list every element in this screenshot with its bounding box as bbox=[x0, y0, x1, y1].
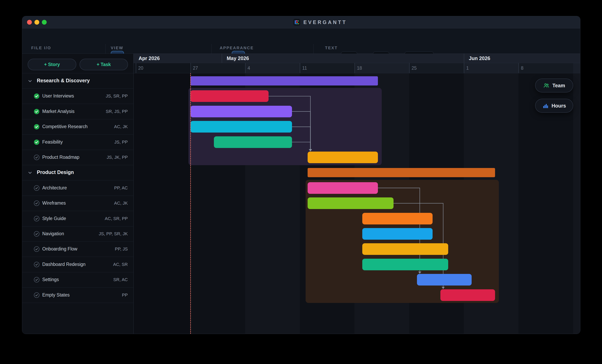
week-label: 11 bbox=[302, 65, 307, 71]
task-todo-icon[interactable] bbox=[33, 292, 40, 299]
group-header-row[interactable]: Research & Discovery bbox=[22, 73, 133, 89]
main-content: + Story + Task Research & Discovery User… bbox=[22, 54, 580, 334]
week-tick bbox=[300, 63, 300, 73]
toolbar: FILE I/O bbox=[22, 28, 580, 54]
task-bar[interactable] bbox=[362, 259, 448, 270]
task-done-icon[interactable] bbox=[33, 108, 40, 116]
task-row[interactable]: User Interviews JS, SR, PP bbox=[22, 88, 133, 104]
app-logo-icon bbox=[293, 19, 300, 26]
task-name: Onboarding Flow bbox=[42, 246, 77, 252]
task-todo-icon[interactable] bbox=[33, 246, 40, 253]
task-todo-icon[interactable] bbox=[33, 231, 40, 238]
task-bar[interactable] bbox=[191, 121, 292, 133]
task-bar[interactable] bbox=[308, 182, 378, 194]
task-row[interactable]: Competitive Research AC, JK bbox=[22, 119, 133, 135]
section-label-text: TEXT bbox=[325, 46, 338, 50]
task-list-sidebar: + Story + Task Research & Discovery User… bbox=[22, 54, 134, 334]
summary-bar[interactable] bbox=[308, 168, 495, 177]
task-bar[interactable] bbox=[362, 213, 433, 225]
week-tick bbox=[464, 63, 464, 73]
gantt-chart: 2027411182518Apr 2026May 2026Jun 2026 bbox=[134, 54, 580, 334]
section-label-view: VIEW bbox=[111, 46, 123, 50]
task-assignees: AC, JK bbox=[114, 201, 128, 206]
task-name: Navigation bbox=[42, 231, 64, 236]
add-story-button[interactable]: + Story bbox=[28, 59, 76, 70]
task-todo-icon[interactable] bbox=[33, 185, 40, 192]
task-assignees: AC, JK bbox=[114, 124, 128, 129]
task-row[interactable]: Navigation JS, PP, SR, JK bbox=[22, 226, 133, 242]
week-tick bbox=[136, 63, 136, 73]
task-name: Dashboard Redesign bbox=[42, 262, 86, 267]
task-bar[interactable] bbox=[191, 90, 269, 102]
task-bar[interactable] bbox=[441, 289, 495, 301]
section-label-fileio: FILE I/O bbox=[31, 46, 51, 50]
task-bar[interactable] bbox=[417, 274, 472, 286]
group-header-row[interactable]: Product Design bbox=[22, 165, 133, 180]
task-name: User Interviews bbox=[42, 93, 74, 99]
task-row[interactable]: Dashboard Redesign AC, SR bbox=[22, 257, 133, 272]
divider bbox=[134, 73, 580, 73]
add-task-button[interactable]: + Task bbox=[79, 59, 128, 70]
title-bar[interactable]: EVERGANTT bbox=[22, 16, 580, 28]
task-todo-icon[interactable] bbox=[33, 261, 40, 268]
task-todo-icon[interactable] bbox=[33, 154, 40, 161]
task-row[interactable]: Architecture PP, AC bbox=[22, 180, 133, 196]
task-name: Feasibility bbox=[42, 139, 63, 145]
task-assignees: PP bbox=[122, 292, 128, 298]
task-bar[interactable] bbox=[308, 197, 394, 209]
task-todo-icon[interactable] bbox=[33, 200, 40, 207]
close-button[interactable] bbox=[27, 20, 32, 25]
task-done-icon[interactable] bbox=[33, 139, 40, 146]
task-assignees: SR, JS, PP bbox=[106, 109, 128, 114]
task-row[interactable]: Style Guide AC, SR, PP bbox=[22, 211, 133, 226]
week-label: 4 bbox=[247, 65, 250, 71]
group-name: Research & Discovery bbox=[37, 78, 90, 84]
task-bar[interactable] bbox=[362, 228, 433, 240]
chevron-down-icon[interactable] bbox=[27, 170, 33, 176]
task-assignees: JS, SR, PP bbox=[106, 94, 128, 99]
app-window: EVERGANTT FILE I/O bbox=[22, 16, 580, 334]
task-name: Competitive Research bbox=[42, 124, 87, 129]
task-name: Market Analysis bbox=[42, 109, 75, 114]
task-bar[interactable] bbox=[214, 136, 292, 148]
group-name: Product Design bbox=[37, 169, 74, 175]
week-tick bbox=[355, 63, 355, 73]
task-name: Product Roadmap bbox=[42, 155, 79, 160]
task-name: Empty States bbox=[42, 292, 70, 298]
task-assignees: PP, AC bbox=[114, 185, 128, 191]
task-assignees: AC, SR, PP bbox=[105, 216, 128, 221]
task-todo-icon[interactable] bbox=[33, 215, 40, 223]
app-title: EVERGANTT bbox=[303, 19, 347, 25]
task-row[interactable]: Empty States PP bbox=[22, 288, 133, 303]
task-bar[interactable] bbox=[191, 106, 292, 117]
section-label-appearance: APPEARANCE bbox=[220, 46, 254, 50]
week-tick bbox=[245, 63, 246, 73]
summary-bar[interactable] bbox=[191, 76, 378, 86]
task-done-icon[interactable] bbox=[33, 93, 40, 100]
desktop: EVERGANTT FILE I/O bbox=[0, 0, 602, 364]
task-bar[interactable] bbox=[362, 243, 448, 255]
week-tick bbox=[191, 63, 191, 73]
task-name: Architecture bbox=[42, 185, 67, 191]
week-label: 1 bbox=[466, 65, 469, 71]
week-label: 20 bbox=[138, 65, 143, 71]
task-name: Wireframes bbox=[42, 200, 66, 206]
task-row[interactable]: Product Roadmap JS, JK, PP bbox=[22, 150, 133, 165]
task-done-icon[interactable] bbox=[33, 124, 40, 131]
task-todo-icon[interactable] bbox=[33, 277, 40, 284]
task-row[interactable]: Market Analysis SR, JS, PP bbox=[22, 104, 133, 119]
task-assignees: SR, AC bbox=[113, 277, 128, 282]
zoom-button[interactable] bbox=[42, 20, 47, 25]
chevron-down-icon[interactable] bbox=[27, 78, 33, 85]
task-assignees: JS, JK, PP bbox=[107, 155, 128, 160]
task-row[interactable]: Wireframes AC, JK bbox=[22, 196, 133, 211]
minimize-button[interactable] bbox=[34, 20, 39, 25]
task-assignees: JS, PP bbox=[114, 139, 128, 145]
task-row[interactable]: Settings SR, AC bbox=[22, 272, 133, 288]
task-row[interactable]: Onboarding Flow PP, JS bbox=[22, 241, 133, 257]
week-tick bbox=[409, 63, 409, 73]
task-row[interactable]: Feasibility JS, PP bbox=[22, 135, 133, 150]
task-name: Settings bbox=[42, 277, 59, 282]
task-bar[interactable] bbox=[308, 151, 378, 163]
task-name: Style Guide bbox=[42, 216, 66, 221]
